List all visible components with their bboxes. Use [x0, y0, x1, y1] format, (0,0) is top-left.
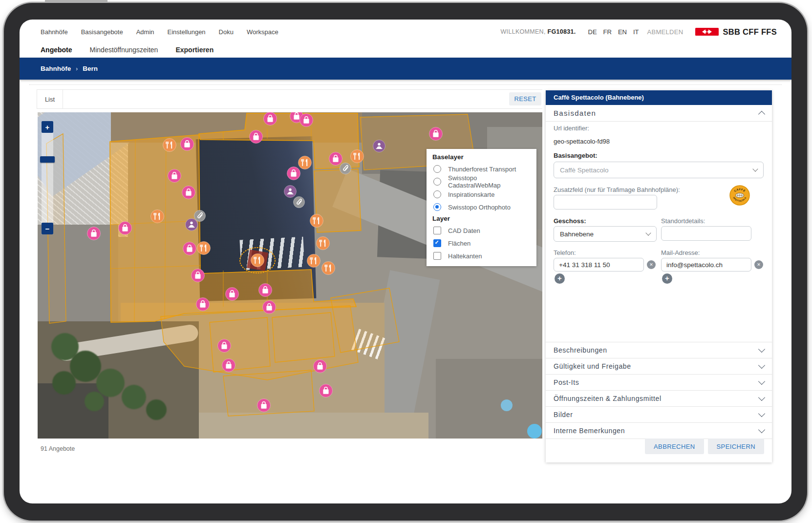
map-marker-shop[interactable]: [329, 152, 342, 166]
zoom-slider-handle[interactable]: [40, 156, 55, 163]
layer-option-cad-daten[interactable]: CAD Daten: [427, 224, 536, 237]
telefon-input[interactable]: [554, 258, 644, 272]
map-marker-shop[interactable]: [250, 130, 263, 144]
map-marker-attachment[interactable]: [340, 163, 351, 174]
map-marker-food[interactable]: [197, 242, 211, 255]
section-basisdaten[interactable]: Basisdaten: [546, 105, 772, 122]
baselayer-option-inspirationskarte[interactable]: Inspirationskarte: [427, 188, 536, 201]
nav-item-basisangebote[interactable]: Basisangebote: [81, 28, 123, 36]
nav-item-admin[interactable]: Admin: [136, 28, 154, 36]
save-button[interactable]: SPEICHERN: [708, 439, 764, 454]
tab-angebote[interactable]: Angebote: [41, 46, 72, 54]
geschoss-label: Geschoss:: [554, 217, 586, 225]
zusatzfeld-input[interactable]: [554, 195, 657, 209]
map-marker-food-selected[interactable]: [240, 248, 275, 273]
standortdetails-input[interactable]: [661, 226, 751, 241]
map-marker-shop[interactable]: [168, 169, 181, 183]
tab-list[interactable]: List: [37, 90, 63, 108]
basisangebot-label: Basisangebot:: [554, 152, 598, 159]
layers-panel: Baselayer Thunderforest Transport Swisst…: [427, 149, 536, 266]
telefon-label: Telefon:: [554, 249, 576, 256]
zoom-in-button[interactable]: +: [42, 121, 53, 133]
nav-item-doku[interactable]: Doku: [219, 28, 234, 36]
tab-mindestoeffnungszeiten[interactable]: Mindestöffnungszeiten: [90, 46, 158, 54]
lang-en[interactable]: EN: [617, 28, 628, 36]
nav-item-bahnhoefe[interactable]: Bahnhöfe: [41, 28, 68, 36]
map-marker-food[interactable]: [299, 156, 312, 169]
section-bilder[interactable]: Bilder: [546, 406, 772, 422]
baselayer-option-cadastralwebmap[interactable]: Swisstopo CadastralWebMap: [427, 175, 536, 188]
map-marker-shop[interactable]: [87, 227, 101, 240]
logout-link[interactable]: ABMELDEN: [647, 28, 684, 36]
chevron-down-icon: [758, 426, 765, 433]
map-marker-shop[interactable]: [226, 288, 239, 301]
map-marker-shop[interactable]: [218, 339, 231, 353]
map-marker-shop[interactable]: [300, 114, 313, 127]
map-marker-shop[interactable]: [257, 399, 271, 412]
section-interne-bemerkungen[interactable]: Interne Bemerkungen: [546, 422, 772, 439]
map-marker-service[interactable]: [284, 186, 297, 198]
map-marker-food[interactable]: [322, 262, 335, 275]
map-marker-shop[interactable]: [264, 112, 277, 126]
cancel-button[interactable]: ABBRECHEN: [645, 439, 704, 454]
nav-item-workspace[interactable]: Workspace: [247, 28, 278, 36]
clear-mail-icon[interactable]: ✕: [754, 260, 763, 269]
add-mail-button[interactable]: +: [662, 273, 672, 284]
panel-title: Caffè Spettacolo (Bahnebene): [546, 90, 772, 105]
map-marker-food[interactable]: [351, 150, 364, 163]
map-marker-service[interactable]: [186, 219, 198, 231]
map-marker-food[interactable]: [163, 139, 176, 152]
map-marker-service[interactable]: [373, 140, 385, 152]
baselayer-option-thunderforest[interactable]: Thunderforest Transport: [427, 163, 536, 175]
map-marker-shop[interactable]: [287, 167, 300, 180]
radio-selected-icon: [433, 203, 441, 211]
map-marker-shop[interactable]: [196, 298, 210, 311]
clear-telefon-icon[interactable]: ✕: [647, 260, 656, 269]
url-identifier-value: geo-spettacolo-fd98: [554, 138, 610, 145]
map-marker-shop[interactable]: [314, 360, 327, 373]
sbb-flag-icon: [695, 28, 719, 36]
lang-fr[interactable]: FR: [602, 28, 613, 36]
map-marker-shop[interactable]: [192, 269, 205, 282]
section-beschreibungen[interactable]: Beschreibungen: [546, 342, 772, 358]
map-marker-shop[interactable]: [429, 127, 443, 141]
map-marker-shop[interactable]: [320, 384, 333, 397]
zoom-out-button[interactable]: −: [42, 223, 53, 234]
lang-it[interactable]: IT: [632, 28, 640, 36]
reset-button[interactable]: RESET: [509, 92, 541, 105]
layer-option-flaechen[interactable]: Flächen: [427, 237, 536, 250]
chevron-down-icon: [758, 394, 765, 401]
lang-de[interactable]: DE: [587, 28, 598, 36]
panel-actions: ABBRECHEN SPEICHERN: [645, 439, 764, 454]
breadcrumb-separator: ›: [76, 65, 78, 72]
radio-icon: [433, 190, 441, 198]
basisangebot-select[interactable]: Caffè Spettacolo: [554, 162, 764, 178]
map-marker-shop[interactable]: [183, 242, 196, 255]
map-marker-attachment[interactable]: [194, 210, 206, 222]
map-marker-shop[interactable]: [181, 138, 194, 151]
map-marker-shop[interactable]: [182, 186, 195, 199]
radio-icon: [433, 178, 441, 186]
map-marker-food[interactable]: [317, 237, 330, 250]
add-telefon-button[interactable]: +: [555, 273, 565, 284]
section-gueltigkeit-und-freigabe[interactable]: Gültigkeit und Freigabe: [546, 358, 772, 374]
map-marker-shop[interactable]: [222, 359, 235, 372]
map-marker-shop[interactable]: [259, 284, 272, 297]
map-marker-shop[interactable]: [119, 222, 132, 235]
section-oeffnungszeiten-zahlungsmittel[interactable]: Öffnungszeiten & Zahlungsmittel: [546, 390, 772, 406]
nav-item-einstellungen[interactable]: Einstellungen: [168, 28, 206, 36]
tab-exportieren[interactable]: Exportieren: [175, 46, 214, 54]
geschoss-select[interactable]: Bahnebene: [554, 226, 657, 242]
section-post-its[interactable]: Post-Its: [546, 374, 772, 390]
map-marker-food[interactable]: [310, 214, 323, 228]
mail-input[interactable]: [661, 258, 751, 272]
map-marker-food[interactable]: [307, 254, 321, 268]
map-marker-food[interactable]: [151, 210, 164, 223]
breadcrumb-bahnhoefe[interactable]: Bahnhöfe: [41, 65, 71, 72]
baselayer-option-orthophoto[interactable]: Swisstopo Orthophoto: [427, 201, 536, 213]
map-canvas[interactable]: + − Baselayer Thunderforest Transport Sw…: [38, 112, 542, 439]
zoom-slider[interactable]: [42, 121, 53, 234]
map-marker-shop[interactable]: [263, 301, 276, 314]
map-marker-attachment[interactable]: [294, 197, 305, 208]
layer-option-haltekanten[interactable]: Haltekanten: [427, 250, 536, 262]
